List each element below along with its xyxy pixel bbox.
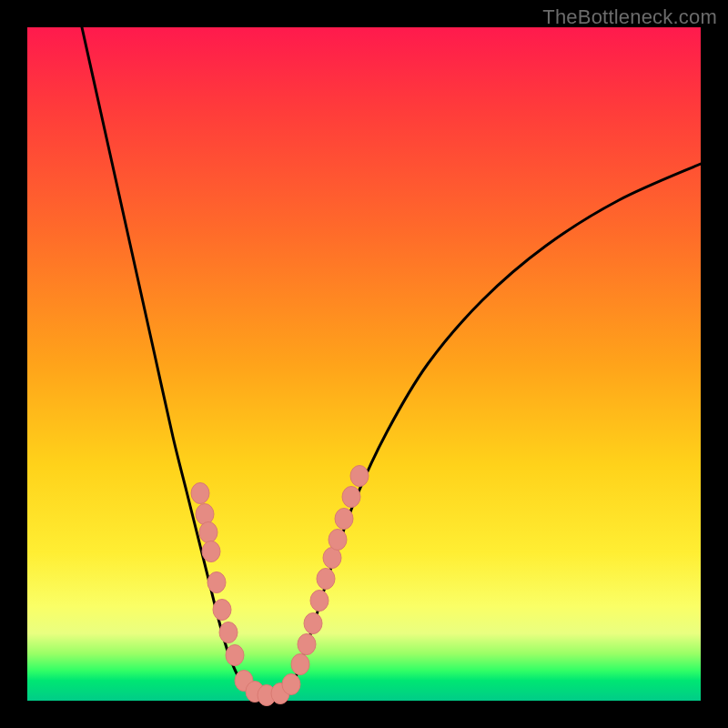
- bead-left-4: [207, 572, 226, 593]
- bead-left-3: [202, 541, 220, 562]
- bead-right-5: [310, 591, 329, 612]
- bead-left-5: [213, 600, 231, 621]
- bead-left-6: [219, 622, 238, 643]
- bead-right-6: [317, 569, 335, 590]
- bead-left-7: [226, 645, 244, 666]
- bead-right-1: [282, 674, 300, 695]
- bead-right-10: [342, 487, 360, 508]
- bead-right-8: [329, 530, 347, 551]
- bead-left-1: [196, 504, 214, 525]
- bead-right-11: [350, 466, 369, 487]
- plot-area: [27, 27, 701, 701]
- bead-right-2: [291, 654, 309, 675]
- bead-right-4: [304, 613, 322, 634]
- watermark-text: TheBottleneck.com: [542, 5, 717, 29]
- curve-svg: [27, 27, 701, 701]
- bead-left-2: [199, 522, 217, 543]
- beads-group: [191, 466, 369, 706]
- bead-left-0: [191, 483, 209, 504]
- outer-frame: TheBottleneck.com: [0, 0, 728, 728]
- bottleneck-curve: [82, 27, 701, 696]
- bead-right-3: [298, 634, 316, 655]
- bead-right-9: [335, 509, 353, 530]
